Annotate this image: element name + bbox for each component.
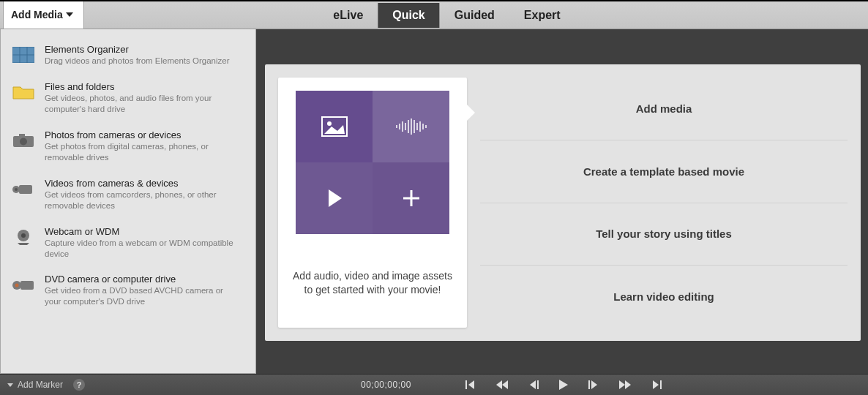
grid-icon	[11, 45, 36, 64]
menu-desc: Capture video from a webcam or WDM compa…	[45, 238, 235, 260]
camcorder-icon	[11, 179, 36, 198]
menu-desc: Get video from a DVD based AVCHD camera …	[45, 285, 235, 307]
svg-rect-33	[660, 380, 662, 389]
option-add-media[interactable]: Add media	[480, 78, 848, 140]
step-back-button[interactable]	[528, 380, 539, 389]
add-media-dropdown: Elements Organizer Drag videos and photo…	[0, 29, 256, 374]
add-media-card[interactable]: Add audio, video and image assets to get…	[278, 78, 467, 328]
svg-rect-32	[588, 380, 590, 389]
quick-start-panel: Add audio, video and image assets to get…	[265, 64, 861, 341]
svg-rect-12	[20, 281, 34, 290]
option-template-movie[interactable]: Create a template based movie	[480, 140, 848, 203]
tab-elive[interactable]: eLive	[318, 3, 378, 28]
quick-options-list: Add media Create a template based movie …	[480, 78, 848, 328]
add-media-label: Add Media	[11, 9, 63, 20]
menu-elements-organizer[interactable]: Elements Organizer Drag videos and photo…	[1, 37, 255, 74]
transport-controls	[465, 380, 662, 390]
step-forward-button[interactable]	[588, 380, 599, 389]
menu-title: Files and folders	[45, 81, 245, 92]
dvd-cam-icon	[11, 275, 36, 294]
svg-point-14	[15, 284, 19, 287]
image-icon	[296, 91, 373, 162]
menu-title: DVD camera or computer drive	[45, 274, 245, 285]
svg-point-5	[20, 138, 27, 145]
play-icon	[296, 162, 373, 234]
folder-icon	[11, 83, 36, 102]
add-marker-button[interactable]: Add Marker	[18, 380, 63, 390]
menu-title: Elements Organizer	[45, 44, 245, 55]
option-learn[interactable]: Learn video editing	[480, 265, 848, 328]
add-media-button[interactable]: Add Media	[3, 1, 84, 29]
menu-desc: Drag videos and photos from Elements Org…	[45, 56, 235, 67]
go-to-start-button[interactable]	[465, 380, 476, 389]
camera-icon	[11, 131, 36, 150]
menu-title: Photos from cameras or devices	[45, 129, 245, 140]
svg-point-9	[15, 188, 18, 191]
timecode-display: 00;00;00;00	[361, 380, 411, 390]
audio-waveform-icon	[373, 91, 449, 162]
svg-rect-6	[19, 134, 25, 137]
menu-photos-cameras[interactable]: Photos from cameras or devices Get photo…	[1, 122, 255, 170]
mode-tabs: eLive Quick Guided Expert	[318, 3, 575, 28]
svg-rect-7	[19, 185, 32, 194]
bottom-toolbar: Add Marker ? 00;00;00;00	[0, 374, 868, 395]
caret-down-icon	[66, 12, 73, 17]
card-caption: Add audio, video and image assets to get…	[288, 269, 457, 297]
plus-icon	[373, 162, 449, 234]
menu-videos-cameras[interactable]: Videos from cameras & devices Get videos…	[1, 170, 255, 219]
svg-point-11	[21, 233, 26, 238]
help-button[interactable]: ?	[73, 379, 85, 391]
play-button[interactable]	[559, 380, 568, 390]
menu-files-folders[interactable]: Files and folders Get videos, photos, an…	[1, 74, 255, 122]
go-to-end-button[interactable]	[651, 380, 662, 389]
svg-point-16	[327, 121, 332, 126]
marker-caret-icon[interactable]	[7, 383, 13, 387]
option-titles[interactable]: Tell your story using titles	[480, 203, 848, 266]
svg-rect-30	[465, 380, 467, 389]
menu-desc: Get videos, photos, and audio files from…	[45, 93, 235, 115]
top-toolbar: Add Media eLive Quick Guided Expert	[0, 0, 868, 29]
menu-desc: Get videos from camcorders, phones, or o…	[45, 189, 235, 211]
menu-dvd[interactable]: DVD camera or computer drive Get video f…	[1, 266, 255, 315]
menu-title: Videos from cameras & devices	[45, 178, 245, 189]
media-thumbnail-grid	[296, 91, 449, 234]
rewind-button[interactable]	[496, 380, 508, 389]
tab-expert[interactable]: Expert	[509, 3, 575, 28]
main-panel: Add audio, video and image assets to get…	[256, 29, 868, 374]
fast-forward-button[interactable]	[619, 380, 631, 389]
tab-guided[interactable]: Guided	[440, 3, 509, 28]
svg-rect-31	[537, 380, 539, 389]
webcam-icon	[11, 227, 36, 247]
menu-title: Webcam or WDM	[45, 226, 245, 237]
menu-webcam[interactable]: Webcam or WDM Capture video from a webca…	[1, 219, 255, 267]
tab-quick[interactable]: Quick	[378, 3, 439, 28]
menu-desc: Get photos from digital cameras, phones,…	[45, 141, 235, 163]
